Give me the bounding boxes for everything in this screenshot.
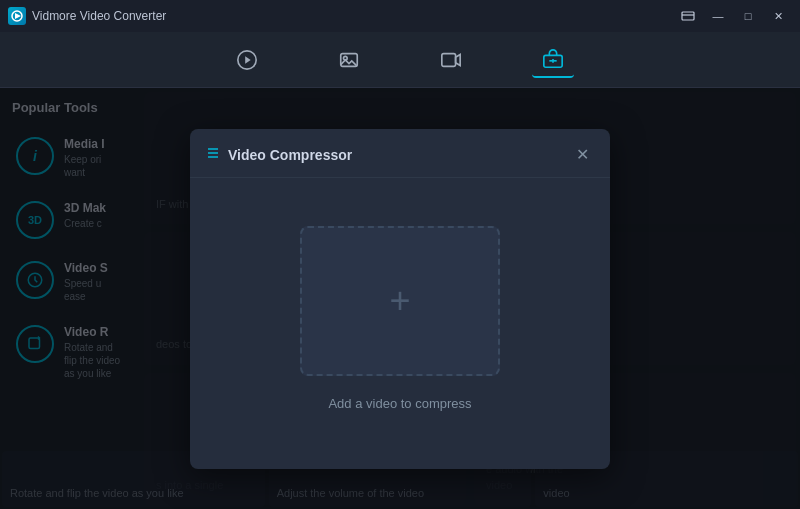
modal-body: + Add a video to compress: [190, 178, 610, 469]
modal-header-icon: [206, 146, 220, 163]
app-title: Vidmore Video Converter: [32, 9, 166, 23]
tab-converter[interactable]: [226, 43, 268, 77]
title-bar: Vidmore Video Converter — □ ✕: [0, 0, 800, 32]
svg-marker-5: [245, 56, 251, 63]
tab-toolbox[interactable]: [532, 42, 574, 78]
minimize-button[interactable]: —: [704, 6, 732, 26]
top-nav: [0, 32, 800, 88]
tab-photo[interactable]: [328, 43, 370, 77]
video-compressor-modal: Video Compressor ✕ + Add a video to comp…: [190, 129, 610, 469]
app-icon: [8, 7, 26, 25]
title-bar-controls: — □ ✕: [674, 6, 792, 26]
svg-rect-8: [442, 53, 456, 66]
modal-header: Video Compressor ✕: [190, 129, 610, 178]
drop-zone-plus-icon: +: [389, 283, 410, 319]
caption-button[interactable]: [674, 6, 702, 26]
tab-video[interactable]: [430, 43, 472, 77]
maximize-button[interactable]: □: [734, 6, 762, 26]
modal-title: Video Compressor: [228, 147, 562, 163]
title-bar-left: Vidmore Video Converter: [8, 7, 166, 25]
svg-rect-2: [682, 12, 694, 20]
drop-label: Add a video to compress: [328, 396, 471, 411]
main-area: Popular Tools i Media I Keep oriwant 3D …: [0, 88, 800, 509]
close-button[interactable]: ✕: [764, 6, 792, 26]
svg-marker-1: [15, 13, 21, 19]
drop-zone[interactable]: +: [300, 226, 500, 376]
modal-overlay: Video Compressor ✕ + Add a video to comp…: [0, 88, 800, 509]
modal-close-button[interactable]: ✕: [570, 143, 594, 167]
